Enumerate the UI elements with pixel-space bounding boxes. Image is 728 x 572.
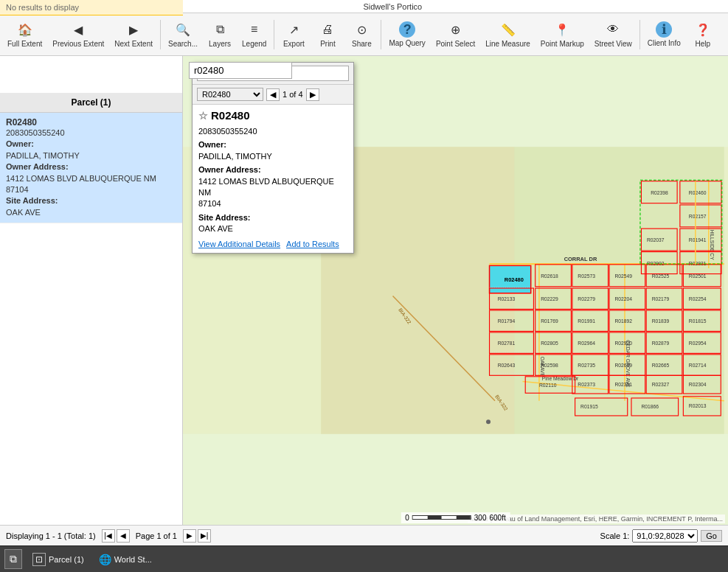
export-button[interactable]: ↗ Export bbox=[277, 15, 310, 55]
world-layer-icon: 🌐 bbox=[99, 554, 111, 565]
print-icon: 🖨 bbox=[319, 21, 336, 38]
map-query-icon: ? bbox=[399, 21, 415, 38]
map-area[interactable]: R02480 BIA-322 CORRAL DR CEDAR GROVE AVE… bbox=[183, 56, 728, 525]
street-view-button[interactable]: 👁 Street View bbox=[590, 15, 637, 55]
divider-4 bbox=[639, 20, 640, 49]
svg-text:R01769: R01769 bbox=[541, 318, 558, 324]
home-icon: 🏠 bbox=[16, 21, 34, 38]
popup-parcel-id: R02480 bbox=[211, 109, 250, 122]
svg-text:R02964: R02964 bbox=[578, 341, 595, 346]
scale-seg-1 bbox=[413, 516, 428, 519]
divider-2 bbox=[274, 20, 274, 49]
svg-text:CORRAL DR: CORRAL DR bbox=[564, 256, 597, 262]
scale-go-btn[interactable]: Go bbox=[701, 530, 722, 542]
full-extent-button[interactable]: 🏠 Full Extent bbox=[3, 15, 46, 55]
page-prev-btn[interactable]: ◀ bbox=[117, 529, 130, 543]
bottom-toolbar: ⧉ ⊡ Parcel (1) 🌐 World St... bbox=[0, 545, 728, 572]
popup-nav: R02480 ◀ 1 of 4 ▶ bbox=[193, 85, 353, 105]
parcel-list-item[interactable]: R02480 2083050355240 Owner: PADILLA, TIM… bbox=[0, 113, 182, 223]
scale-bar-mid: 300 bbox=[474, 514, 487, 522]
popup-page-total: 4 bbox=[298, 90, 302, 99]
full-extent-label: Full Extent bbox=[7, 40, 42, 48]
svg-text:R02689: R02689 bbox=[615, 363, 633, 368]
parcel-owner: PADILLA, TIMOTHY bbox=[6, 151, 80, 160]
result-popup: R02480 ◀ 1 of 4 ▶ ☆ R02480 2083050355240… bbox=[192, 62, 354, 254]
page-next-btn[interactable]: ▶ bbox=[183, 529, 196, 543]
app-title: Sidwell's Portico bbox=[363, 2, 422, 11]
view-details-link[interactable]: View Additional Details bbox=[198, 240, 280, 248]
popup-prev-btn[interactable]: ◀ bbox=[266, 88, 280, 101]
line-measure-icon: 📏 bbox=[499, 21, 517, 38]
svg-text:R02460: R02460 bbox=[689, 190, 707, 195]
active-layer-btn[interactable]: ⊡ Parcel (1) bbox=[28, 550, 89, 569]
print-button[interactable]: 🖨 Print bbox=[311, 15, 344, 55]
map-search-input[interactable] bbox=[189, 62, 292, 79]
popup-site-address-label: Site Address: bbox=[198, 213, 251, 222]
status-bar: Displaying 1 - 1 (Total: 1) |◀ ◀ Page 1 … bbox=[0, 525, 728, 545]
svg-text:R02831: R02831 bbox=[689, 261, 707, 266]
legend-label: Legend bbox=[242, 40, 266, 48]
scale-input-area: Scale 1: 91,0:92,8028 Go bbox=[600, 529, 722, 543]
prev-extent-label: Previous Extent bbox=[52, 40, 104, 48]
search-button[interactable]: 🔍 Search... bbox=[164, 15, 202, 55]
page-last-btn[interactable]: ▶| bbox=[198, 529, 211, 543]
next-icon: ▶ bbox=[125, 21, 142, 38]
help-button[interactable]: ❓ Help bbox=[687, 15, 719, 55]
svg-text:R02373: R02373 bbox=[578, 382, 595, 387]
help-icon: ❓ bbox=[694, 21, 712, 38]
svg-text:R02110: R02110 bbox=[539, 383, 557, 388]
point-markup-label: Point Markup bbox=[541, 40, 584, 48]
divider-1 bbox=[160, 20, 161, 49]
popup-next-btn[interactable]: ▶ bbox=[306, 88, 319, 101]
client-info-icon: ℹ bbox=[656, 21, 672, 38]
svg-text:R02254: R02254 bbox=[689, 296, 707, 301]
svg-text:R02037: R02037 bbox=[647, 237, 665, 243]
popup-links: View Additional Details Add to Results bbox=[198, 240, 347, 248]
point-select-label: Point Select bbox=[436, 40, 475, 48]
next-extent-label: Next Extent bbox=[114, 40, 153, 48]
layers-button[interactable]: ⧉ Layers bbox=[204, 15, 236, 55]
map-query-label: Map Query bbox=[389, 39, 425, 47]
svg-text:R01839: R01839 bbox=[652, 318, 670, 324]
site-address-label: Site Address: bbox=[6, 196, 58, 205]
owner-address-label: Owner Address: bbox=[6, 162, 69, 171]
toolbar: 🏠 Full Extent ◀ Previous Extent ▶ Next E… bbox=[0, 13, 728, 56]
add-to-results-link[interactable]: Add to Results bbox=[286, 240, 339, 248]
svg-text:R02480: R02480 bbox=[505, 276, 524, 283]
layers-toggle-btn[interactable]: ⧉ bbox=[4, 549, 22, 569]
parcel-list: R02480 2083050355240 Owner: PADILLA, TIM… bbox=[0, 113, 182, 525]
svg-text:R02133: R02133 bbox=[498, 296, 516, 301]
legend-button[interactable]: ≡ Legend bbox=[238, 15, 271, 55]
displaying-info: Displaying 1 - 1 (Total: 1) bbox=[6, 531, 96, 540]
share-button[interactable]: ⊙ Share bbox=[345, 15, 378, 55]
popup-owner-address-2: 87104 bbox=[198, 199, 221, 208]
map-query-button[interactable]: ? Map Query bbox=[384, 15, 429, 55]
popup-site-address: OAK AVE bbox=[198, 224, 233, 233]
point-markup-button[interactable]: 📍 Point Markup bbox=[536, 15, 589, 55]
next-extent-button[interactable]: ▶ Next Extent bbox=[110, 15, 157, 55]
world-layer-btn[interactable]: 🌐 World St... bbox=[94, 551, 156, 568]
popup-star-btn[interactable]: ☆ bbox=[198, 110, 208, 122]
scale-seg-3 bbox=[442, 516, 457, 519]
prev-extent-button[interactable]: ◀ Previous Extent bbox=[48, 15, 108, 55]
svg-text:R02549: R02549 bbox=[615, 273, 633, 279]
print-label: Print bbox=[320, 40, 336, 48]
point-select-icon: ⊕ bbox=[447, 21, 465, 38]
page-first-btn[interactable]: |◀ bbox=[102, 529, 115, 543]
svg-text:R01866: R01866 bbox=[641, 404, 659, 409]
point-select-button[interactable]: ⊕ Point Select bbox=[431, 15, 479, 55]
point-markup-icon: 📍 bbox=[553, 21, 571, 38]
line-measure-button[interactable]: 📏 Line Measure bbox=[481, 15, 535, 55]
svg-text:R02229: R02229 bbox=[541, 296, 558, 301]
svg-text:R02304: R02304 bbox=[689, 382, 707, 387]
svg-text:R02714: R02714 bbox=[689, 363, 707, 368]
svg-text:R01815: R01815 bbox=[689, 318, 707, 324]
svg-text:R02179: R02179 bbox=[652, 296, 670, 301]
popup-parcel-select[interactable]: R02480 bbox=[197, 88, 263, 101]
active-layer-label: Parcel (1) bbox=[49, 555, 84, 564]
parcel-site-address: OAK AVE bbox=[6, 208, 41, 217]
popup-owner: PADILLA, TIMOTHY bbox=[198, 152, 272, 161]
scale-select[interactable]: 91,0:92,8028 bbox=[632, 529, 698, 543]
client-info-button[interactable]: ℹ Client Info bbox=[643, 15, 685, 55]
popup-page-current: 1 bbox=[282, 90, 287, 99]
